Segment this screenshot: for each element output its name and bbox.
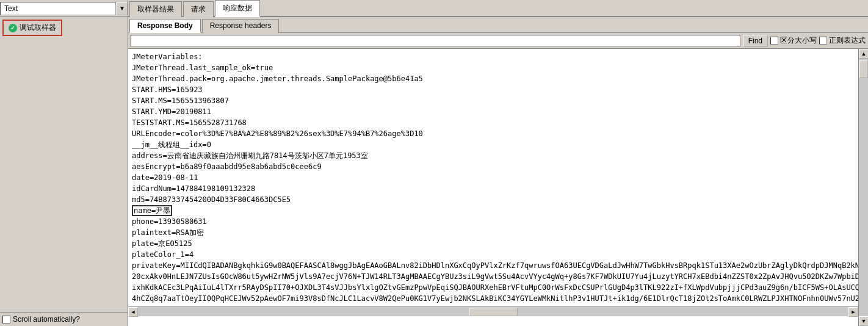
v-scroll-thumb[interactable] xyxy=(859,60,868,78)
vertical-scrollbar[interactable]: ▲ ▼ xyxy=(858,49,868,326)
tab-sampler-result[interactable]: 取样器结果 xyxy=(129,1,182,17)
v-scroll-track[interactable] xyxy=(859,59,868,316)
sub-tab-response-body[interactable]: Response Body xyxy=(129,19,201,33)
debug-sampler-button[interactable]: 调试取样器 xyxy=(2,20,62,36)
left-title-text: Text xyxy=(0,2,116,15)
sub-tabs: Response Body Response headers xyxy=(128,17,868,33)
left-panel: Text ▼ 调试取样器 Scroll automatically? xyxy=(0,0,128,326)
search-input[interactable] xyxy=(131,35,740,47)
h-scroll-thumb[interactable] xyxy=(469,308,518,316)
regex-check[interactable]: 正则表达式 xyxy=(819,35,866,46)
h-scroll-left-arrow[interactable]: ◄ xyxy=(128,307,138,317)
case-sensitive-checkbox[interactable] xyxy=(770,37,778,45)
body-content: JMeterVariables: JMeterThread.last_sampl… xyxy=(128,49,858,326)
regex-checkbox[interactable] xyxy=(819,37,827,45)
case-sensitive-label: 区分大小写 xyxy=(780,35,817,46)
response-body[interactable]: JMeterVariables: JMeterThread.last_sampl… xyxy=(128,49,858,306)
top-tabs: 取样器结果 请求 响应数据 xyxy=(128,0,868,17)
left-header: Text ▼ xyxy=(0,0,128,17)
sampler-check-icon xyxy=(9,24,17,32)
search-bar: Find 区分大小写 正则表达式 xyxy=(128,33,868,49)
h-scroll-track[interactable] xyxy=(138,307,848,316)
highlighted-name-line: name=尹墨 xyxy=(132,205,172,216)
tab-response-data[interactable]: 响应数据 xyxy=(215,0,260,17)
body-with-scrollbars: JMeterVariables: JMeterThread.last_sampl… xyxy=(128,49,868,326)
case-sensitive-check[interactable]: 区分大小写 xyxy=(770,35,817,46)
tab-request[interactable]: 请求 xyxy=(183,1,214,17)
v-scroll-up-arrow[interactable]: ▲ xyxy=(859,49,868,59)
sampler-button-label: 调试取样器 xyxy=(20,23,56,33)
content-area: Response Body Response headers Find 区分大小… xyxy=(128,17,868,326)
horizontal-scrollbar[interactable]: ◄ ► xyxy=(128,306,858,316)
find-button[interactable]: Find xyxy=(743,35,768,47)
left-footer: Scroll automatically? xyxy=(0,312,128,326)
scroll-auto-checkbox[interactable] xyxy=(2,316,10,324)
line-jmetervariables: JMeterVariables: JMeterThread.last_sampl… xyxy=(132,53,423,204)
right-panel: 取样器结果 请求 响应数据 Response Body Response hea… xyxy=(128,0,868,326)
regex-label: 正则表达式 xyxy=(829,35,866,46)
scroll-auto-label: Scroll automatically? xyxy=(13,315,80,324)
v-scroll-down-arrow[interactable]: ▼ xyxy=(859,316,868,326)
left-content: 调试取样器 xyxy=(0,17,128,312)
h-scroll-right-arrow[interactable]: ► xyxy=(848,307,858,317)
line-rest: phone=13930580631 plaintext=RSA加密 plate=… xyxy=(132,217,858,303)
dropdown-button[interactable]: ▼ xyxy=(117,2,128,15)
sub-tab-response-headers[interactable]: Response headers xyxy=(202,19,280,33)
response-text: JMeterVariables: JMeterThread.last_sampl… xyxy=(132,51,855,304)
